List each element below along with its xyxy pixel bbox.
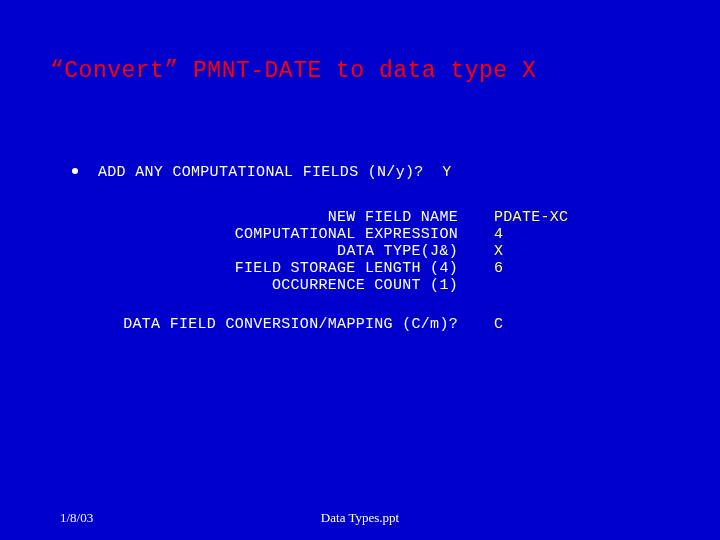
conversion-label: DATA FIELD CONVERSION/MAPPING (C/m)?: [98, 316, 458, 333]
slide-body: ADD ANY COMPUTATIONAL FIELDS (N/y)? Y NE…: [72, 164, 568, 333]
field-row-2: DATA TYPE(J&) X: [98, 243, 568, 260]
field-label: NEW FIELD NAME: [98, 209, 458, 226]
prompt-label: ADD ANY COMPUTATIONAL FIELDS (N/y)?: [98, 164, 424, 181]
field-answer: PDATE-XC: [478, 209, 568, 226]
field-answer: 6: [478, 260, 503, 277]
field-label: COMPUTATIONAL EXPRESSION: [98, 226, 458, 243]
bullet-icon: [72, 168, 78, 174]
field-answer: 4: [478, 226, 503, 243]
field-row-4: OCCURRENCE COUNT (1): [98, 277, 568, 294]
slide: “Convert” PMNT-DATE to data type X ADD A…: [0, 0, 720, 540]
field-label: FIELD STORAGE LENGTH (4): [98, 260, 458, 277]
field-answer: [478, 277, 494, 294]
conversion-row: DATA FIELD CONVERSION/MAPPING (C/m)? C: [98, 316, 568, 333]
field-answer: X: [478, 243, 503, 260]
field-row-3: FIELD STORAGE LENGTH (4) 6: [98, 260, 568, 277]
field-label: OCCURRENCE COUNT (1): [98, 277, 458, 294]
prompt-answer: Y: [442, 164, 451, 181]
field-row-1: COMPUTATIONAL EXPRESSION 4: [98, 226, 568, 243]
bullet-prompt: ADD ANY COMPUTATIONAL FIELDS (N/y)? Y: [72, 164, 568, 181]
slide-title: “Convert” PMNT-DATE to data type X: [50, 58, 536, 84]
field-row-0: NEW FIELD NAME PDATE-XC: [98, 209, 568, 226]
field-label: DATA TYPE(J&): [98, 243, 458, 260]
footer-filename: Data Types.ppt: [321, 510, 399, 526]
footer-date: 1/8/03: [60, 510, 93, 526]
conversion-answer: C: [478, 316, 503, 333]
